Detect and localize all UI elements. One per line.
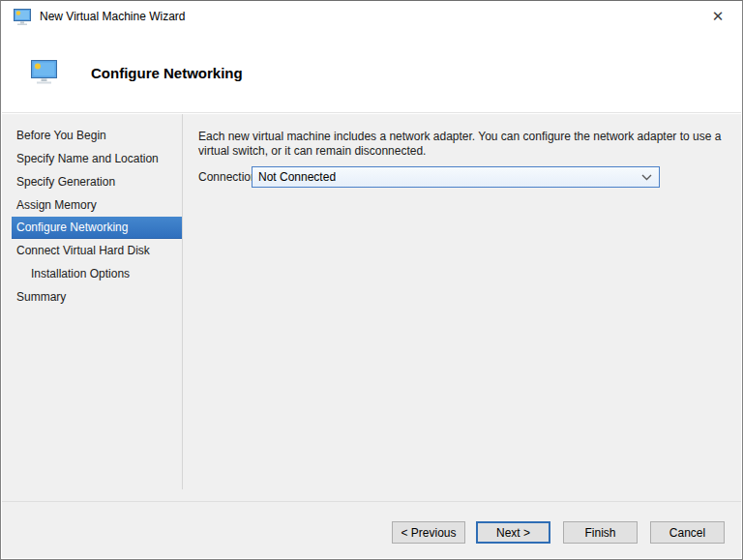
finish-button[interactable]: Finish bbox=[563, 521, 638, 544]
next-button[interactable]: Next > bbox=[476, 521, 550, 544]
titlebar: New Virtual Machine Wizard ✕ bbox=[1, 1, 742, 32]
previous-button[interactable]: < Previous bbox=[392, 521, 465, 544]
connection-dropdown[interactable]: Not Connected bbox=[252, 166, 660, 188]
wizard-header: Configure Networking bbox=[2, 32, 741, 113]
sidebar-item-configure-networking[interactable]: Configure Networking bbox=[12, 217, 182, 239]
sidebar-item-assign-memory[interactable]: Assign Memory bbox=[12, 193, 182, 217]
wizard-steps-sidebar: Before You Begin Specify Name and Locati… bbox=[2, 124, 182, 309]
sidebar-item-specify-name-and-location[interactable]: Specify Name and Location bbox=[12, 147, 182, 170]
wizard-window: New Virtual Machine Wizard ✕ Configure N… bbox=[0, 0, 743, 560]
sidebar-item-summary[interactable]: Summary bbox=[12, 285, 182, 309]
sidebar-item-installation-options[interactable]: Installation Options bbox=[12, 262, 182, 285]
close-icon[interactable]: ✕ bbox=[701, 2, 734, 31]
sidebar-item-before-you-begin[interactable]: Before You Begin bbox=[12, 124, 182, 147]
window-title: New Virtual Machine Wizard bbox=[40, 1, 186, 32]
sidebar-item-specify-generation[interactable]: Specify Generation bbox=[12, 170, 182, 193]
sidebar-divider bbox=[182, 114, 183, 489]
connection-dropdown-value: Not Connected bbox=[258, 167, 336, 187]
vm-monitor-icon bbox=[14, 9, 31, 25]
sidebar-item-connect-virtual-hard-disk[interactable]: Connect Virtual Hard Disk bbox=[12, 239, 182, 262]
chevron-down-icon bbox=[641, 174, 652, 181]
page-title: Configure Networking bbox=[91, 65, 243, 81]
wizard-body: Before You Begin Specify Name and Locati… bbox=[2, 114, 741, 558]
cancel-button[interactable]: Cancel bbox=[650, 521, 725, 544]
page-description: Each new virtual machine includes a netw… bbox=[198, 130, 732, 159]
vm-monitor-icon bbox=[31, 60, 57, 84]
footer-divider bbox=[2, 501, 741, 502]
